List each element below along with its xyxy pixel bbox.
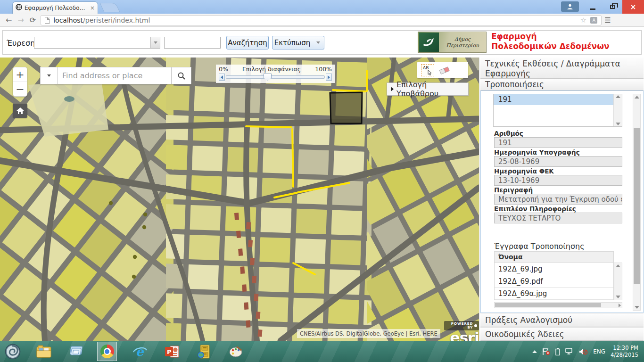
panel-apportionment-acts[interactable]: Πράξεις Αναλογισμού <box>480 313 644 327</box>
home-button[interactable] <box>13 104 27 118</box>
scroll-thumb[interactable] <box>634 128 640 284</box>
panel-technical-reports[interactable]: Τεχνικές Εκθέσεις / Διαγράμματα Εφαρμογή… <box>480 58 644 79</box>
slider-left-arrow[interactable] <box>219 74 225 81</box>
slider-thumb[interactable] <box>264 74 272 81</box>
map-container[interactable]: + − 0% Επιλογή διαφάνειας 100% AB <box>0 58 479 341</box>
documents-scrollbar[interactable] <box>614 263 622 300</box>
find-text-input[interactable] <box>164 37 221 49</box>
forward-icon[interactable]: → <box>17 16 24 25</box>
scroll-up-icon[interactable] <box>635 96 639 99</box>
documents-table: Όνομα 192Δ_69.jpg 192Δ_69.pdf 192Δ_69α.j… <box>494 251 614 300</box>
transparency-widget: 0% Επιλογή διαφάνειας 100% <box>216 65 335 83</box>
powerpoint-button[interactable]: P <box>162 342 182 361</box>
geocoder-input[interactable] <box>58 67 172 84</box>
chrome-menu-icon[interactable]: ☰ <box>604 16 611 25</box>
field-value-signature-date[interactable]: 25-08-1969 <box>494 156 622 167</box>
cursor-icon <box>428 70 432 75</box>
transparency-max-label: 100% <box>315 66 332 73</box>
field-value-number[interactable]: 191 <box>494 137 622 148</box>
minimize-button[interactable] <box>583 0 603 14</box>
scroll-down-icon[interactable] <box>616 296 620 298</box>
find-label: Έυρεση <box>7 39 35 48</box>
internet-explorer-button[interactable]: e <box>130 342 150 361</box>
bookmark-star-icon[interactable]: ☆ <box>580 16 586 25</box>
map-attribution: CNES/Airbus DS, DigitalGlobe, GeoEye | E… <box>297 329 440 338</box>
tray-expand-icon[interactable] <box>532 350 537 353</box>
panel-building-permits[interactable]: Οικοδομικές Άδειες <box>480 327 644 341</box>
search-button[interactable]: Αναζήτηση <box>226 36 269 49</box>
home-icon <box>16 107 25 115</box>
document-row[interactable]: 192Δ_69.jpg <box>495 263 613 275</box>
new-tab-button[interactable] <box>99 3 120 12</box>
basemap-button[interactable]: Επιλογή Υποβάθρου <box>387 82 469 96</box>
document-row[interactable]: 192Δ_69α.jpg <box>495 288 613 300</box>
print-button[interactable]: Εκτύπωση <box>272 36 313 49</box>
back-icon[interactable]: ← <box>6 16 12 25</box>
action-center-flag-icon[interactable] <box>542 348 550 355</box>
app-header: Έυρεση Αναζήτηση Εκτύπωση Δήμος Περιστερ… <box>0 27 644 58</box>
hscroll-thumb[interactable] <box>495 303 601 307</box>
system-tray: ENG 12:30 PM 4/28/2015 <box>532 341 641 362</box>
file-explorer-button[interactable] <box>34 342 54 361</box>
field-value-description[interactable]: Μετατροπή για την Έγκριση οδού εν <box>494 194 622 205</box>
list-item-selected[interactable]: 191 <box>494 94 614 105</box>
field-label-description: Περιγραφή <box>494 186 533 194</box>
documents-hscrollbar[interactable] <box>494 302 622 308</box>
search-icon <box>177 72 186 80</box>
svg-text:e: e <box>136 345 144 359</box>
zoom-in-button[interactable]: + <box>13 67 27 82</box>
catalog-button[interactable] <box>194 342 214 361</box>
start-button[interactable] <box>3 342 23 361</box>
expand-arrow-icon <box>391 87 394 91</box>
clock[interactable]: 12:30 PM 4/28/2015 <box>611 345 638 359</box>
transparency-slider[interactable] <box>226 75 325 79</box>
print-dropdown-button[interactable] <box>312 36 324 49</box>
field-value-fek-date[interactable]: 13-10-1969 <box>494 175 622 186</box>
scroll-down-icon[interactable] <box>616 123 620 125</box>
map-toolbar: AB <box>417 62 468 78</box>
tray-date: 4/28/2015 <box>611 352 638 359</box>
restore-button[interactable] <box>603 0 622 14</box>
field-label-extra-info: Επιπλέον Πληροφορίες <box>494 205 576 213</box>
modifications-list[interactable]: 191 <box>493 94 622 127</box>
document-row[interactable]: 192Δ_69.pdf <box>495 275 613 288</box>
paint-app-button[interactable] <box>226 342 246 361</box>
geocoder-search-button[interactable] <box>172 67 191 84</box>
dove-icon <box>419 33 439 52</box>
app-window-button[interactable] <box>66 342 86 361</box>
close-button[interactable]: × <box>622 0 644 14</box>
scroll-up-icon[interactable] <box>616 264 620 267</box>
translate-icon[interactable]: A <box>590 17 597 24</box>
scroll-up-icon[interactable] <box>616 95 620 98</box>
reload-icon[interactable]: ⟳ <box>30 16 36 25</box>
tab-close-icon[interactable]: × <box>90 5 95 11</box>
chrome-taskbar-button[interactable] <box>97 342 117 361</box>
battery-icon[interactable] <box>555 348 560 355</box>
find-combobox[interactable] <box>34 37 160 49</box>
ie-icon: e <box>132 345 148 359</box>
zoom-out-button[interactable]: − <box>13 82 27 96</box>
panel-scrollbar[interactable] <box>633 94 641 311</box>
profile-button[interactable] <box>561 1 579 12</box>
scroll-right-icon[interactable] <box>619 304 621 307</box>
map-canvas[interactable] <box>0 58 479 341</box>
folder-icon <box>36 345 51 358</box>
language-indicator[interactable]: ENG <box>593 348 605 355</box>
scroll-down-icon[interactable] <box>635 306 639 309</box>
identify-tool-button[interactable]: AB <box>421 64 434 76</box>
browser-tab[interactable]: Εφαρμογή Πολεοδομικών × <box>12 1 98 14</box>
combobox-dropdown-icon[interactable] <box>150 37 160 48</box>
field-value-extra-info[interactable]: ΤΕΥΧΟΣ ΤΕΤΑΡΤΟ <box>494 213 622 223</box>
url-field[interactable]: localhost/peristeri/index.html ☆ A <box>41 15 602 25</box>
panel-modifications[interactable]: Τροποποιήσεις <box>480 79 644 90</box>
geocoder-dropdown-button[interactable] <box>40 67 58 84</box>
browser-titlebar: Εφαρμογή Πολεοδομικών × × <box>0 0 644 14</box>
documents-column-header[interactable]: Όνομα <box>495 252 613 263</box>
eraser-icon[interactable] <box>438 66 451 75</box>
app-title: Εφαρμογή Πολεοδομικών Δεδομένων <box>491 32 610 51</box>
list-scrollbar[interactable] <box>613 94 622 126</box>
volume-muted-icon[interactable] <box>579 348 588 355</box>
favicon-globe-icon <box>16 3 22 12</box>
slider-right-arrow[interactable] <box>326 74 332 81</box>
network-icon[interactable] <box>565 348 574 355</box>
